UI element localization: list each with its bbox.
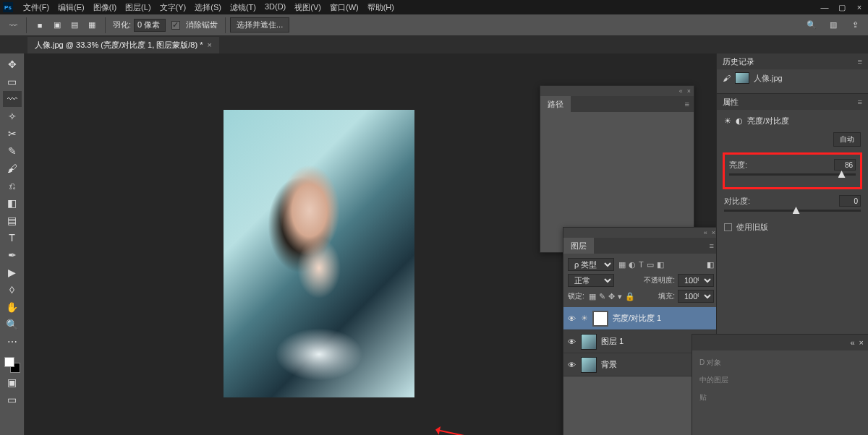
menu-item[interactable]: 3D(D) [260,2,290,13]
edit-toolbar[interactable]: ⋯ [3,334,22,350]
fill-input[interactable]: 100% [678,290,714,303]
legacy-checkbox[interactable] [724,223,732,231]
layers-tab[interactable]: 图层 [563,238,594,254]
visibility-toggle-icon[interactable]: 👁 [566,337,576,346]
panel-collapse-icon[interactable]: « [850,338,854,347]
pen-tool[interactable]: ✒ [3,247,22,263]
history-tab[interactable]: 历史记录 [723,56,754,67]
move-tool[interactable]: ✥ [3,56,22,72]
opacity-label: 不透明度: [644,275,675,285]
sun-icon: ☀ [724,116,731,126]
tool-preset-icon[interactable]: 〰 [6,18,20,33]
panel-collapse-icon[interactable]: « [704,229,707,236]
opacity-input[interactable]: 100% [678,274,714,287]
type-tool[interactable]: T [3,230,22,246]
eraser-tool[interactable]: ◧ [3,195,22,211]
blend-mode-select[interactable]: 正常 [568,274,614,287]
layer-filter-icons[interactable]: ▦◐T▭◧ [617,260,665,270]
document-tab-close-icon[interactable]: × [207,40,211,49]
menu-item[interactable]: 文字(Y) [156,2,191,13]
main-area: ✥ ▭ 〰 ✧ ✂ ✎ 🖌 ⎌ ◧ ▤ T ✒ ▶ ◊ ✋ 🔍 ⋯ ▣ ▭ « [0,53,868,435]
quick-mask-icon[interactable]: ▣ [3,374,22,390]
document-tab[interactable]: 人像.jpg @ 33.3% (亮度/对比度 1, 图层蒙版/8) * × [27,37,219,53]
magic-wand-tool[interactable]: ✧ [3,108,22,124]
panel-menu-icon[interactable]: ≡ [858,98,862,106]
panel-collapse-icon[interactable]: « [679,87,683,95]
menubar: Ps 文件(F)编辑(E)图像(I)图层(L)文字(Y)选择(S)滤镜(T)3D… [0,0,868,14]
history-item-label[interactable]: 人像.jpg [754,73,783,84]
zoom-tool[interactable]: 🔍 [3,316,22,332]
menu-item[interactable]: 图像(I) [89,2,121,13]
visibility-toggle-icon[interactable]: 👁 [566,361,576,369]
layer-row[interactable]: 👁☀亮度/对比度 1 [563,307,716,330]
lock-label: 锁定: [568,291,584,301]
share-icon[interactable]: ⇪ [848,18,862,33]
menu-item[interactable]: 窗口(W) [326,2,363,13]
canvas[interactable]: « × 路径 ≡ « × 图层 ≡ ρ 类型 ▦◐T▭◧ [25,53,716,435]
hand-tool[interactable]: ✋ [3,299,22,315]
layer-mask-thumb[interactable] [592,311,608,327]
selection-sub-icon[interactable]: ▤ [67,18,82,33]
menu-item[interactable]: 选择(S) [190,2,226,13]
brightness-slider[interactable] [729,173,856,176]
layer-thumb[interactable] [581,357,597,373]
lock-icons[interactable]: ▦✎✥▾🔒 [587,292,637,301]
contrast-slider[interactable] [724,210,861,212]
menu-item[interactable]: 帮助(H) [363,2,399,13]
antialias-label: 消除锯齿 [186,20,218,30]
minimize-button[interactable]: — [819,2,830,12]
selection-intersect-icon[interactable]: ▦ [85,18,99,33]
antialias-checkbox[interactable] [171,21,180,30]
menu-item[interactable]: 文件(F) [19,2,54,13]
selection-add-icon[interactable]: ▣ [50,18,64,33]
mask-icon: ◐ [736,116,743,126]
tools-panel: ✥ ▭ 〰 ✧ ✂ ✎ 🖌 ⎌ ◧ ▤ T ✒ ▶ ◊ ✋ 🔍 ⋯ ▣ ▭ [0,53,25,435]
fill-label: 填充: [658,291,675,301]
selection-new-icon[interactable]: ■ [33,18,47,33]
contrast-value-input[interactable] [839,195,861,207]
foreground-color-swatch[interactable] [4,357,14,367]
marquee-tool[interactable]: ▭ [3,74,22,90]
select-and-mask-button[interactable]: 选择并遮住... [230,17,289,33]
layer-name-label: 背景 [601,359,617,370]
layer-filter-select[interactable]: ρ 类型 [568,258,614,271]
screen-mode-icon[interactable]: ▭ [3,392,22,408]
auto-button[interactable]: 自动 [833,132,861,147]
stub-line: 中的图层 [699,375,861,385]
paths-body [540,112,694,121]
menu-item[interactable]: 滤镜(T) [226,2,260,13]
brush-tool[interactable]: 🖌 [3,160,22,176]
maximize-button[interactable]: ▢ [836,2,848,12]
menu-item[interactable]: 视图(V) [290,2,326,13]
panel-menu-icon[interactable]: ≡ [705,241,716,250]
color-swatches[interactable] [4,357,20,373]
search-icon[interactable]: 🔍 [804,18,819,33]
crop-tool[interactable]: ✂ [3,126,22,142]
brush-icon: 🖌 [723,74,731,82]
sun-icon: ☀ [581,314,588,323]
visibility-toggle-icon[interactable]: 👁 [566,314,576,323]
shape-tool[interactable]: ◊ [3,282,22,298]
properties-tab[interactable]: 属性 [723,97,739,108]
history-panel: 历史记录 ≡ 🖌 人像.jpg [717,53,868,94]
brightness-value-input[interactable] [834,159,856,171]
clone-stamp-tool[interactable]: ⎌ [3,178,22,194]
paths-tab[interactable]: 路径 [540,96,571,112]
panel-close-icon[interactable]: × [687,87,691,95]
feather-input[interactable] [134,19,166,32]
panel-menu-icon[interactable]: ≡ [858,57,862,66]
menu-item[interactable]: 编辑(E) [54,2,89,13]
panel-close-icon[interactable]: × [859,338,864,347]
workspace-icon[interactable]: ▥ [826,18,841,33]
close-button[interactable]: × [854,2,865,12]
eyedropper-tool[interactable]: ✎ [3,143,22,159]
lasso-tool[interactable]: 〰 [3,91,22,107]
panel-close-icon[interactable]: × [712,229,715,236]
filter-toggle-icon[interactable]: ◧ [707,260,714,270]
layer-thumb[interactable] [581,334,597,350]
gradient-tool[interactable]: ▤ [3,212,22,228]
panel-menu-icon[interactable]: ≡ [681,100,694,108]
path-select-tool[interactable]: ▶ [3,264,22,280]
adjustment-type-label: 亮度/对比度 [747,116,789,126]
menu-item[interactable]: 图层(L) [121,2,155,13]
